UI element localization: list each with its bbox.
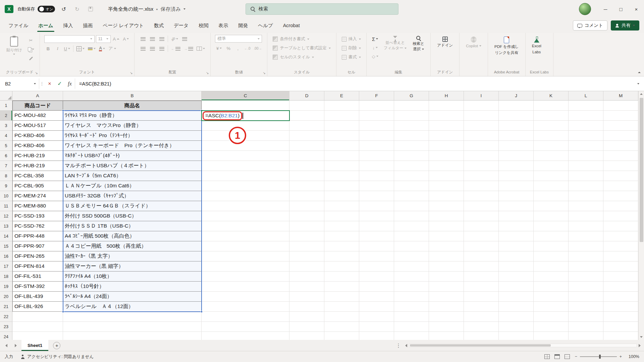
column-header-A[interactable]: A [12, 91, 63, 101]
tab-data[interactable]: データ [169, 18, 194, 33]
cell-I14[interactable] [464, 231, 499, 241]
cell-A16[interactable]: OF-PEN-265 [12, 251, 63, 261]
cell-D7[interactable] [289, 161, 324, 171]
cell-L21[interactable] [569, 302, 603, 312]
cell-B23[interactable] [63, 322, 202, 332]
cell-K2[interactable] [534, 111, 569, 121]
row-header-20[interactable]: 20 [0, 292, 12, 302]
cell-J8[interactable] [499, 171, 534, 181]
number-format-select[interactable]: 標準 [215, 35, 262, 43]
cell-I1[interactable] [464, 101, 499, 111]
zoom-slider[interactable] [580, 356, 617, 357]
cell-C13[interactable] [202, 221, 289, 231]
cell-H11[interactable] [429, 201, 464, 211]
cell-E11[interactable] [324, 201, 359, 211]
cell-I11[interactable] [464, 201, 499, 211]
cell-L20[interactable] [569, 292, 603, 302]
cell-A20[interactable]: OF-LBL-439 [12, 292, 63, 302]
cell-E24[interactable] [324, 332, 359, 340]
cell-A24[interactable] [12, 332, 63, 340]
cell-C17[interactable] [202, 261, 289, 272]
scroll-down-icon[interactable] [639, 334, 644, 340]
borders-button[interactable] [75, 45, 86, 53]
cell-A13[interactable]: PC-SSD-762 [12, 221, 63, 231]
cell-I10[interactable] [464, 191, 499, 201]
cell-C9[interactable] [202, 181, 289, 191]
cell-J6[interactable] [499, 151, 534, 161]
cell-J13[interactable] [499, 221, 534, 231]
previous-sheet-button[interactable] [3, 340, 10, 351]
cell-H12[interactable] [429, 211, 464, 221]
cell-C7[interactable] [202, 161, 289, 171]
row-header-11[interactable]: 11 [0, 201, 12, 211]
cell-C8[interactable] [202, 171, 289, 181]
cell-L3[interactable] [569, 121, 603, 131]
cell-D13[interactable] [289, 221, 324, 231]
cell-C24[interactable] [202, 332, 289, 340]
column-header-L[interactable]: L [569, 91, 603, 101]
scroll-up-icon[interactable] [639, 91, 644, 97]
cell-C15[interactable] [202, 241, 289, 251]
cell-B7[interactable]: マルチポートUSBハブ（４ポート） [63, 161, 202, 171]
decrease-indent-button[interactable]: ← [170, 45, 181, 53]
cell-H3[interactable] [429, 121, 464, 131]
cell-G2[interactable] [394, 111, 429, 121]
merge-center-button[interactable] [196, 45, 206, 53]
cell-G20[interactable] [394, 292, 429, 302]
row-header-1[interactable]: 1 [0, 101, 12, 111]
row-header-23[interactable]: 23 [0, 322, 12, 332]
cell-K17[interactable] [534, 261, 569, 272]
row-header-15[interactable]: 15 [0, 241, 12, 251]
cell-A15[interactable]: OF-PPR-907 [12, 241, 63, 251]
cell-F21[interactable] [359, 302, 394, 312]
cell-E6[interactable] [324, 151, 359, 161]
zoom-out-icon[interactable]: − [575, 354, 577, 359]
cell-K18[interactable] [534, 272, 569, 282]
cell-D3[interactable] [289, 121, 324, 131]
cell-I18[interactable] [464, 272, 499, 282]
cell-L14[interactable] [569, 231, 603, 241]
cell-G17[interactable] [394, 261, 429, 272]
cell-H4[interactable] [429, 131, 464, 141]
excel-labs-button[interactable]: Excel Labs [530, 35, 543, 55]
new-sheet-button[interactable]: + [53, 342, 60, 349]
scroll-left-icon[interactable] [405, 344, 407, 347]
bold-button[interactable]: B [44, 45, 52, 53]
cell-K7[interactable] [534, 161, 569, 171]
cell-F13[interactable] [359, 221, 394, 231]
cell-F15[interactable] [359, 241, 394, 251]
excel-app-icon[interactable]: X [5, 5, 13, 13]
cell-I6[interactable] [464, 151, 499, 161]
row-header-24[interactable]: 24 [0, 332, 12, 340]
cell-C20[interactable] [202, 292, 289, 302]
decrease-font-button[interactable]: A [122, 35, 130, 43]
column-header-E[interactable]: E [324, 91, 359, 101]
cell-L11[interactable] [569, 201, 603, 211]
cell-K8[interactable] [534, 171, 569, 181]
cell-B4[interactable]: ﾜｲﾔﾚｽ ｷｰﾎﾞｰﾄﾞ Pro（ﾃﾝｷｰ付） [63, 131, 202, 141]
cell-B9[interactable]: ＬＡＮケーブル（10m Cat6） [63, 181, 202, 191]
cell-J16[interactable] [499, 251, 534, 261]
cell-L9[interactable] [569, 181, 603, 191]
cell-A8[interactable]: PC-CBL-358 [12, 171, 63, 181]
cell-D20[interactable] [289, 292, 324, 302]
conditional-formatting-button[interactable]: 条件付き書式 [272, 35, 331, 43]
tab-review[interactable]: 校閲 [194, 18, 213, 33]
cell-B21[interactable]: ラベルシール Ａ４（12面） [63, 302, 202, 312]
row-header-18[interactable]: 18 [0, 272, 12, 282]
column-header-K[interactable]: K [534, 91, 569, 101]
italic-button[interactable]: I [54, 45, 62, 53]
cell-L10[interactable] [569, 191, 603, 201]
cell-I23[interactable] [464, 322, 499, 332]
cell-C19[interactable] [202, 282, 289, 292]
cell-H19[interactable] [429, 282, 464, 292]
align-left-button[interactable] [139, 45, 147, 53]
cell-I4[interactable] [464, 131, 499, 141]
cell-C18[interactable] [202, 272, 289, 282]
cell-M14[interactable] [603, 231, 638, 241]
cell-B15[interactable]: Ａ４コピー用紙 500枚（再生紙） [63, 241, 202, 251]
cell-E7[interactable] [324, 161, 359, 171]
cell-I22[interactable] [464, 312, 499, 322]
cell-B18[interactable]: ｸﾘｱﾌｧｲﾙ A4（10枚） [63, 272, 202, 282]
font-name-select[interactable] [44, 35, 95, 43]
